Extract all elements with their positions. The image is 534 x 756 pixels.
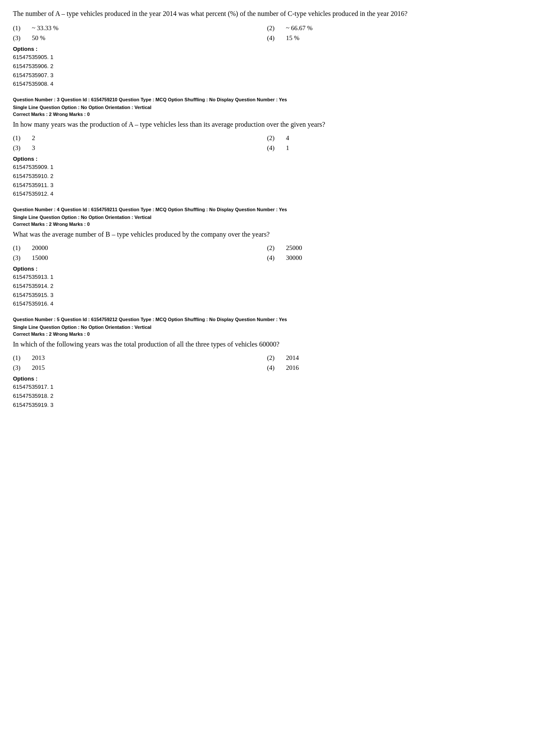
q5-option-num-4: (4) [267, 364, 279, 372]
q4-option-3: (3) 15000 [13, 254, 267, 262]
q4-option-2: (2) 25000 [267, 244, 521, 252]
q4-option-id-4: 61547535916. 4 [13, 300, 521, 309]
intro-text: The number of A – type vehicles produced… [13, 9, 521, 19]
q4-option-num-4: (4) [267, 254, 279, 262]
q3-option-2: (2) 4 [267, 134, 521, 142]
q5-option-num-1: (1) [13, 354, 25, 362]
q2-option-id-1: 61547535905. 1 [13, 53, 521, 62]
q4-option-val-2: 25000 [286, 244, 302, 252]
q3-option-ids: 61547535909. 1 61547535910. 2 6154753591… [13, 163, 521, 199]
q3-option-id-4: 61547535912. 4 [13, 190, 521, 199]
q5-option-ids: 61547535917. 1 61547535918. 2 6154753591… [13, 383, 521, 409]
q5-option-val-3: 2015 [32, 364, 45, 372]
option-val-2: ~ 66.67 % [286, 25, 313, 32]
option-4: (4) 15 % [267, 34, 521, 42]
q4-option-val-3: 15000 [32, 254, 48, 262]
q3-option-id-1: 61547535909. 1 [13, 163, 521, 172]
q5-option-val-4: 2016 [286, 364, 299, 372]
q4-correct-marks: Correct Marks : 2 Wrong Marks : 0 [13, 222, 521, 227]
q3-meta-line1: Question Number : 3 Question Id : 615475… [13, 97, 521, 103]
option-2: (2) ~ 66.67 % [267, 24, 521, 32]
q5-options-label: Options : [13, 375, 521, 382]
question-4-block: Question Number : 4 Question Id : 615475… [13, 206, 521, 309]
q5-option-num-2: (2) [267, 354, 279, 362]
q4-option-ids: 61547535913. 1 61547535914. 2 6154753591… [13, 273, 521, 309]
intro-question: The number of A – type vehicles produced… [13, 9, 521, 89]
q3-meta-line2: Single Line Question Option : No Option … [13, 104, 521, 111]
q2-option-id-2: 61547535906. 2 [13, 62, 521, 71]
q3-option-val-2: 4 [286, 134, 289, 142]
q4-option-num-2: (2) [267, 244, 279, 252]
q4-options-label: Options : [13, 266, 521, 272]
question-3-block: Question Number : 3 Question Id : 615475… [13, 97, 521, 199]
q5-option-id-1: 61547535917. 1 [13, 383, 521, 392]
option-num-2: (2) [267, 25, 279, 32]
q4-meta-line2: Single Line Question Option : No Option … [13, 214, 521, 221]
q3-option-id-2: 61547535910. 2 [13, 172, 521, 181]
q3-option-3: (3) 3 [13, 144, 267, 152]
option-val-4: 15 % [286, 34, 299, 42]
q5-options-grid: (1) 2013 (2) 2014 (3) 2015 (4) 2016 [13, 354, 521, 372]
q2-option-id-3: 61547535907. 3 [13, 71, 521, 80]
q2-options-grid: (1) ~ 33.33 % (2) ~ 66.67 % (3) 50 % (4)… [13, 24, 521, 42]
q5-option-num-3: (3) [13, 364, 25, 372]
q4-question-text: What was the average number of B – type … [13, 229, 521, 240]
q4-option-num-3: (3) [13, 254, 25, 262]
q2-option-ids: 61547535905. 1 61547535906. 2 6154753590… [13, 53, 521, 89]
q3-correct-marks: Correct Marks : 2 Wrong Marks : 0 [13, 112, 521, 117]
q3-option-1: (1) 2 [13, 134, 267, 142]
q5-question-text: In which of the following years was the … [13, 339, 521, 350]
q5-option-3: (3) 2015 [13, 364, 267, 372]
option-num-3: (3) [13, 34, 25, 42]
option-val-1: ~ 33.33 % [32, 25, 59, 32]
q5-meta-line1: Question Number : 5 Question Id : 615475… [13, 316, 521, 323]
q3-option-num-3: (3) [13, 144, 25, 152]
q4-option-val-4: 30000 [286, 254, 302, 262]
q4-option-1: (1) 20000 [13, 244, 267, 252]
q4-option-id-3: 61547535915. 3 [13, 291, 521, 300]
q3-options-label: Options : [13, 156, 521, 162]
q3-option-val-4: 1 [286, 144, 289, 152]
option-num-1: (1) [13, 25, 25, 32]
q3-option-val-3: 3 [32, 144, 35, 152]
q5-option-id-2: 61547535918. 2 [13, 392, 521, 401]
option-1: (1) ~ 33.33 % [13, 24, 267, 32]
option-num-4: (4) [267, 34, 279, 42]
question-5-block: Question Number : 5 Question Id : 615475… [13, 316, 521, 409]
option-3: (3) 50 % [13, 34, 267, 42]
q3-option-num-1: (1) [13, 134, 25, 142]
q5-meta-line2: Single Line Question Option : No Option … [13, 324, 521, 331]
q5-option-id-3: 61547535919. 3 [13, 401, 521, 410]
option-val-3: 50 % [32, 34, 45, 42]
q3-option-num-4: (4) [267, 144, 279, 152]
q4-option-4: (4) 30000 [267, 254, 521, 262]
q3-option-4: (4) 1 [267, 144, 521, 152]
q2-options-label: Options : [13, 46, 521, 52]
q4-option-num-1: (1) [13, 244, 25, 252]
q3-option-val-1: 2 [32, 134, 35, 142]
q5-correct-marks: Correct Marks : 2 Wrong Marks : 0 [13, 331, 521, 337]
q5-option-1: (1) 2013 [13, 354, 267, 362]
q3-option-num-2: (2) [267, 134, 279, 142]
q4-options-grid: (1) 20000 (2) 25000 (3) 15000 (4) 30000 [13, 244, 521, 262]
q5-option-val-1: 2013 [32, 354, 45, 362]
q3-options-grid: (1) 2 (2) 4 (3) 3 (4) 1 [13, 134, 521, 152]
q2-option-id-4: 61547535908. 4 [13, 80, 521, 89]
q5-option-val-2: 2014 [286, 354, 299, 362]
q5-option-2: (2) 2014 [267, 354, 521, 362]
q4-meta-line1: Question Number : 4 Question Id : 615475… [13, 206, 521, 213]
q5-option-4: (4) 2016 [267, 364, 521, 372]
q4-option-id-2: 61547535914. 2 [13, 282, 521, 291]
q4-option-val-1: 20000 [32, 244, 48, 252]
q4-option-id-1: 61547535913. 1 [13, 273, 521, 282]
q3-option-id-3: 61547535911. 3 [13, 181, 521, 190]
q3-question-text: In how many years was the production of … [13, 119, 521, 130]
